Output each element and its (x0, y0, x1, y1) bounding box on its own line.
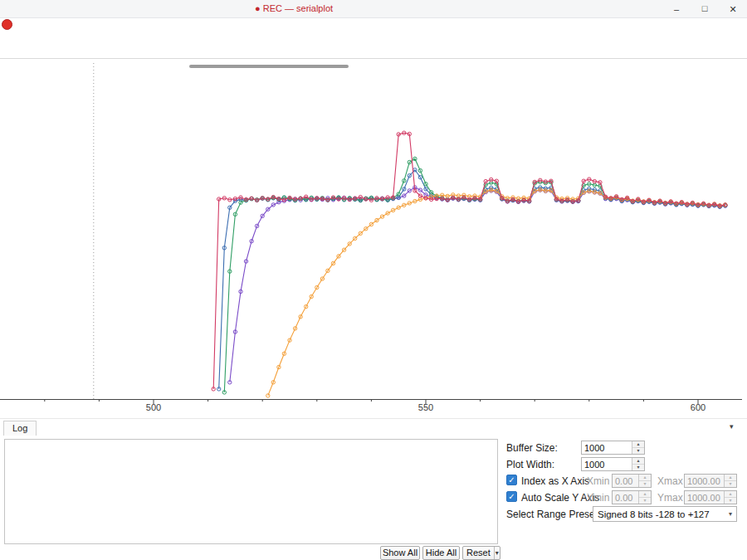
ymax-label: Ymax (657, 492, 683, 504)
plot-width-input[interactable] (582, 458, 632, 470)
maximize-icon: □ (702, 3, 708, 13)
panel-divider (0, 418, 747, 419)
plot-width-arrows[interactable]: ▴ ▾ (632, 458, 644, 470)
show-all-button[interactable]: Show All (380, 546, 420, 560)
app-window: ● REC — serialplot – □ ✕ 500550600 Log ▾… (0, 0, 747, 560)
series-line-channel-orange (268, 190, 725, 396)
chevron-down-icon: ▾ (724, 510, 732, 518)
x-tick-label: 600 (681, 402, 715, 412)
spin-up-icon[interactable]: ▴ (639, 491, 651, 498)
spin-up-icon[interactable]: ▴ (632, 441, 644, 448)
spin-up-icon[interactable]: ▴ (632, 458, 644, 465)
range-preset-label: Select Range Preset: (506, 509, 600, 520)
ymin-arrows[interactable]: ▴ ▾ (638, 491, 651, 504)
xmin-spinbox[interactable]: ▴ ▾ (612, 474, 652, 488)
spin-down-icon[interactable]: ▾ (725, 498, 736, 504)
check-icon: ✓ (508, 475, 515, 485)
minimize-button[interactable]: – (662, 0, 691, 18)
range-preset-value: Signed 8 bits -128 to +127 (598, 509, 710, 519)
ymin-input[interactable] (613, 491, 638, 504)
spin-up-icon[interactable]: ▴ (639, 475, 651, 481)
plot-width-spinbox[interactable]: ▴ ▾ (581, 457, 645, 471)
tab-log[interactable]: Log (3, 421, 37, 436)
buffer-size-arrows[interactable]: ▴ ▾ (632, 441, 644, 454)
buffer-size-spinbox[interactable]: ▴ ▾ (581, 441, 645, 455)
ymax-input[interactable] (685, 491, 724, 504)
ymin-spinbox[interactable]: ▴ ▾ (612, 490, 652, 504)
index-x-checkbox[interactable]: ✓ (506, 475, 517, 485)
index-x-label: Index as X Axis (521, 475, 589, 487)
spin-down-icon[interactable]: ▾ (632, 448, 644, 454)
xmax-arrows[interactable]: ▴ ▾ (724, 475, 736, 487)
spin-down-icon[interactable]: ▾ (639, 498, 651, 504)
reset-button-label: Reset (463, 547, 494, 559)
spin-up-icon[interactable]: ▴ (725, 491, 736, 498)
plot-canvas[interactable] (0, 60, 742, 407)
xmin-input[interactable] (613, 475, 638, 487)
window-title: ● REC — serialplot (255, 3, 333, 13)
x-tick-label: 550 (409, 402, 442, 412)
spin-down-icon[interactable]: ▾ (632, 465, 644, 470)
close-button[interactable]: ✕ (719, 0, 747, 18)
close-icon: ✕ (729, 4, 736, 15)
tab-overflow-chevron-icon[interactable]: ▾ (730, 422, 734, 431)
check-icon: ✓ (508, 492, 515, 501)
title-bar: ● REC — serialplot – □ ✕ (0, 0, 747, 18)
spin-down-icon[interactable]: ▾ (725, 481, 736, 487)
xmax-input[interactable] (685, 475, 724, 487)
ymin-label: Ymin (587, 492, 609, 504)
reset-dropdown-chevron-icon[interactable]: ▾ (494, 547, 500, 559)
buffer-size-label: Buffer Size: (506, 442, 558, 454)
series-line-channel-red (213, 133, 725, 389)
maximize-button[interactable]: □ (691, 0, 719, 18)
ymax-spinbox[interactable]: ▴ ▾ (684, 490, 737, 504)
x-axis-labels: 500550600 (0, 402, 742, 414)
xmax-label: Xmax (657, 475, 683, 487)
xmax-spinbox[interactable]: ▴ ▾ (684, 474, 737, 488)
reset-button[interactable]: Reset ▾ (462, 546, 500, 560)
spin-down-icon[interactable]: ▾ (639, 481, 651, 487)
x-tick-label: 500 (137, 402, 170, 412)
auto-scale-y-checkbox[interactable]: ✓ (506, 491, 517, 502)
xmin-label: Xmin (587, 475, 609, 487)
ymax-arrows[interactable]: ▴ ▾ (724, 491, 736, 504)
series-line-channel-purple (230, 187, 725, 382)
hide-all-button[interactable]: Hide All (422, 546, 460, 560)
plot-width-label: Plot Width: (506, 459, 554, 470)
toolbar-separator (0, 58, 747, 59)
window-controls: – □ ✕ (662, 0, 747, 18)
xmin-arrows[interactable]: ▴ ▾ (638, 475, 651, 487)
toolbar (0, 18, 747, 58)
plot-area[interactable]: 500550600 (0, 60, 742, 415)
buffer-size-input[interactable] (582, 441, 632, 454)
log-output[interactable] (4, 439, 498, 544)
record-button[interactable] (2, 19, 12, 30)
plot-pan-scrollbar[interactable] (189, 65, 349, 68)
range-preset-combobox[interactable]: Signed 8 bits -128 to +127 ▾ (593, 506, 737, 522)
minimize-icon: – (674, 4, 679, 14)
spin-up-icon[interactable]: ▴ (725, 475, 736, 481)
